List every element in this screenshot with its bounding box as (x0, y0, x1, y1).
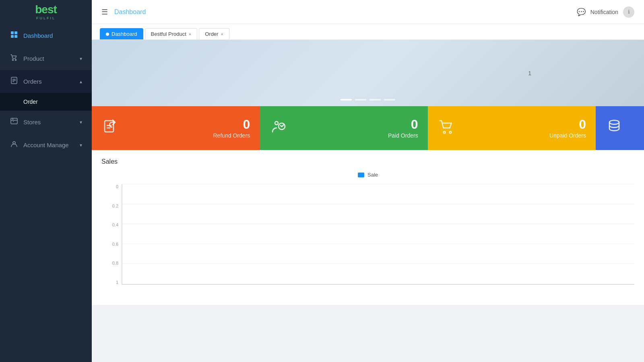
stores-chevron-icon: ▾ (80, 119, 82, 125)
tab-label-bestful-product: Bestful Product (151, 31, 186, 37)
account-icon (10, 140, 19, 150)
sidebar-label-orders: Orders (23, 78, 75, 85)
product-chevron-icon: ▾ (80, 56, 82, 62)
tab-dot-dashboard (106, 33, 109, 36)
stat-label-refund: Refund Orders (213, 132, 250, 139)
logo-sub: FULFIL (35, 16, 57, 20)
sidebar-label-dashboard: Dashboard (23, 32, 82, 39)
stores-icon (10, 117, 19, 127)
svg-rect-0 (11, 31, 14, 34)
sidebar-item-dashboard[interactable]: Dashboard (0, 24, 92, 47)
stat-card-refund[interactable]: 0 Refund Orders (92, 106, 260, 150)
orders-chevron-icon: ▴ (80, 79, 82, 84)
banner-dot-1[interactable] (341, 99, 352, 101)
banner-value: 1 (528, 70, 531, 76)
chart-y-axis: 1 0.8 0.6 0.4 0.2 0 (101, 184, 122, 285)
tab-label-dashboard: Dashboard (111, 31, 137, 37)
content-area: 1 0 (92, 40, 644, 362)
chart-plot-area (122, 184, 634, 285)
sidebar: best FULFIL Dashboard Product ▾ (0, 0, 92, 362)
tab-order[interactable]: Order × (199, 28, 229, 39)
stats-row: 0 Refund Orders 0 Paid Orders (92, 106, 644, 150)
sidebar-item-product[interactable]: Product ▾ (0, 47, 92, 70)
legend-color-sale (358, 173, 364, 177)
tab-label-order: Order (205, 31, 218, 37)
banner-dot-3[interactable] (369, 99, 381, 101)
y-label-0-8: 0.8 (112, 261, 118, 265)
svg-rect-2 (11, 35, 14, 38)
sidebar-label-stores: Stores (23, 119, 75, 125)
tab-close-bestful-product[interactable]: × (189, 32, 191, 37)
storage-icon (605, 117, 623, 139)
notification-icon: 💬 (577, 8, 586, 16)
svg-point-14 (13, 142, 15, 144)
tabs-bar: Dashboard Bestful Product × Order × (92, 24, 644, 40)
stat-label-unpaid: Unpaid Orders (549, 132, 586, 139)
sidebar-label-account: Account Manage (23, 142, 75, 148)
tab-dashboard[interactable]: Dashboard (100, 28, 143, 39)
svg-rect-1 (14, 31, 17, 34)
stat-count-paid: 0 (388, 118, 418, 131)
stat-count-refund: 0 (213, 118, 250, 131)
sales-legend: Sale (101, 172, 634, 178)
legend-label-sale: Sale (367, 172, 378, 178)
svg-point-16 (275, 121, 278, 125)
topbar: ☰ Dashboard 💬 Notification ℹ (92, 0, 644, 24)
banner-dots (341, 99, 395, 101)
avatar-icon: ℹ (623, 6, 634, 18)
stat-card-storage[interactable] (596, 106, 644, 150)
sales-title: Sales (101, 158, 634, 165)
sidebar-item-account[interactable]: Account Manage ▾ (0, 134, 92, 156)
sidebar-label-product: Product (23, 55, 75, 62)
topbar-right[interactable]: 💬 Notification ℹ (577, 6, 634, 18)
svg-point-20 (609, 120, 619, 124)
sales-chart: 1 0.8 0.6 0.4 0.2 0 (101, 184, 634, 297)
y-label-0-4: 0.4 (112, 222, 118, 227)
svg-point-4 (12, 60, 14, 61)
svg-point-18 (443, 132, 445, 134)
stat-card-paid[interactable]: 0 Paid Orders (260, 106, 427, 150)
stat-card-info-unpaid: 0 Unpaid Orders (549, 118, 586, 139)
orders-icon (10, 76, 19, 86)
stat-card-info-refund: 0 Refund Orders (213, 118, 250, 139)
y-label-0-6: 0.6 (112, 242, 118, 247)
svg-point-19 (449, 132, 451, 134)
tab-close-order[interactable]: × (221, 32, 223, 37)
sidebar-item-stores[interactable]: Stores ▾ (0, 111, 92, 134)
account-chevron-icon: ▾ (80, 142, 82, 148)
logo: best FULFIL (0, 0, 92, 24)
paid-icon (269, 117, 287, 139)
banner-carousel[interactable]: 1 (92, 40, 644, 106)
stat-count-unpaid: 0 (549, 118, 586, 131)
topbar-left: ☰ Dashboard (101, 8, 146, 16)
stat-label-paid: Paid Orders (388, 132, 418, 139)
y-label-0: 0 (116, 184, 118, 189)
page-title: Dashboard (114, 8, 146, 16)
sales-section: Sales Sale 1 0.8 0.6 0.4 0.2 0 (92, 150, 644, 305)
svg-rect-10 (11, 118, 17, 124)
svg-rect-3 (14, 35, 17, 38)
sidebar-item-orders[interactable]: Orders ▴ (0, 70, 92, 93)
y-label-0-2: 0.2 (112, 204, 118, 208)
refund-icon (101, 117, 119, 139)
banner-dot-2[interactable] (355, 99, 366, 101)
svg-point-5 (15, 60, 17, 61)
chart-svg (122, 184, 634, 284)
cart-icon (438, 117, 455, 139)
banner-dot-4[interactable] (384, 99, 395, 101)
dashboard-icon (10, 31, 19, 41)
y-label-1: 1 (116, 280, 118, 285)
menu-icon[interactable]: ☰ (101, 8, 108, 16)
sidebar-subitem-order[interactable]: Order (0, 93, 92, 111)
sidebar-subitem-order-label: Order (23, 99, 38, 105)
tab-bestful-product[interactable]: Bestful Product × (145, 28, 198, 39)
stat-card-info-paid: 0 Paid Orders (388, 118, 418, 139)
stat-card-unpaid[interactable]: 0 Unpaid Orders (428, 106, 596, 150)
main-area: ☰ Dashboard 💬 Notification ℹ Dashboard B… (92, 0, 644, 362)
product-icon (10, 53, 19, 64)
logo-brand: best (35, 4, 57, 15)
notification-label: Notification (590, 9, 618, 15)
